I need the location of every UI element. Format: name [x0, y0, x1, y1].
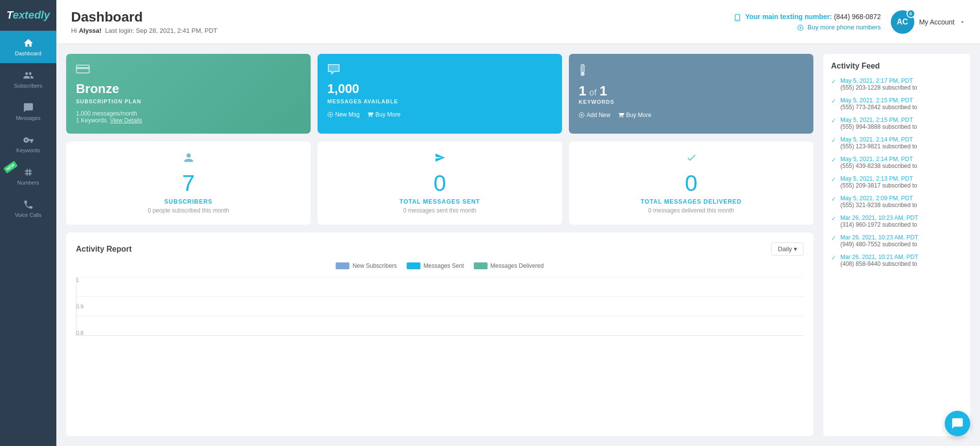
sent-stat-card: 0 TOTAL MESSAGES SENT 0 messages sent th…: [318, 141, 562, 225]
user-name: Alyssa!: [79, 27, 101, 34]
keywords-card: 1 of 1 KEYWORDS Add New: [569, 54, 813, 134]
avatar: AC 0: [891, 10, 914, 34]
sidebar-label-subscribers: Subscribers: [14, 83, 42, 89]
sent-label: TOTAL MESSAGES SENT: [399, 198, 480, 205]
feed-item-text: May 5, 2021, 2:14 PM, PDT (555) 439-8238…: [840, 156, 917, 169]
buy-more-messages-button[interactable]: Buy More: [368, 111, 400, 118]
activity-report: Activity Report Daily ▾ New Subscribers …: [66, 233, 813, 436]
chat-bubble-button[interactable]: [945, 411, 970, 436]
daily-dropdown[interactable]: Daily ▾: [771, 242, 804, 256]
app-logo: Textedly: [0, 0, 56, 31]
plus-circle-icon: [797, 24, 804, 31]
thermometer-icon: [579, 64, 804, 79]
message-icon: [23, 102, 34, 113]
keywords-total: 1: [600, 83, 608, 99]
texting-number-label: Your main texting number:: [745, 13, 832, 21]
feed-item: ✓ Mar 26, 2021, 10:23 AM, PDT (314) 960-…: [831, 214, 962, 228]
feed-check-icon: ✓: [831, 78, 836, 85]
dashboard-body: Bronze SUBSCRIPTION PLAN 1,000 messages/…: [56, 44, 980, 446]
new-msg-button[interactable]: New Msg: [327, 111, 360, 118]
feed-item-time: Mar 26, 2021, 10:23 AM, PDT: [840, 214, 918, 221]
messages-subtitle: MESSAGES AVAILABLE: [327, 98, 552, 104]
feed-item-time: May 5, 2021, 2:09 PM, PDT: [840, 195, 917, 202]
sidebar-item-keywords[interactable]: Keywords: [0, 128, 56, 160]
sidebar-item-subscribers[interactable]: Subscribers: [0, 63, 56, 95]
feed-item-time: Mar 26, 2021, 10:23 AM, PDT: [840, 234, 918, 241]
feed-item-time: May 5, 2021, 2:14 PM, PDT: [840, 136, 917, 143]
sidebar-label-messages: Messages: [16, 115, 40, 121]
feed-item: ✓ May 5, 2021, 2:14 PM, PDT (555) 123-98…: [831, 136, 962, 150]
plan-card: Bronze SUBSCRIPTION PLAN 1,000 messages/…: [66, 54, 311, 134]
delivered-stat-card: 0 TOTAL MESSAGES DELIVERED 0 messages de…: [569, 141, 813, 225]
feed-item-time: May 5, 2021, 2:14 PM, PDT: [840, 156, 917, 163]
feed-check-icon: ✓: [831, 254, 836, 261]
feed-check-icon: ✓: [831, 156, 836, 164]
svg-point-7: [581, 72, 585, 76]
add-new-keyword-button[interactable]: Add New: [579, 112, 611, 118]
chart-grid: [76, 277, 804, 336]
feed-item-text: May 5, 2021, 2:14 PM, PDT (555) 123-9821…: [840, 136, 917, 150]
buy-more-keywords-button[interactable]: Buy More: [618, 112, 651, 118]
plan-subtitle: SUBSCRIPTION PLAN: [76, 98, 301, 104]
sidebar-item-numbers[interactable]: NEW Numbers: [0, 160, 56, 192]
feed-item: ✓ May 5, 2021, 2:13 PM, PDT (555) 209-38…: [831, 175, 962, 189]
svg-rect-1: [736, 20, 738, 20]
person-icon: [183, 152, 194, 166]
feed-item-text: Mar 26, 2021, 10:23 AM, PDT (949) 480-75…: [840, 234, 918, 248]
messages-count: 1,000: [327, 81, 552, 96]
chart-area: 1 0.9 0.8: [76, 277, 804, 336]
home-icon: [23, 38, 34, 48]
sidebar-item-dashboard[interactable]: Dashboard: [0, 31, 56, 63]
feed-item-text: May 5, 2021, 2:09 PM, PDT (555) 321-9238…: [840, 195, 917, 209]
key-icon: [23, 135, 34, 145]
feed-item-description: (555) 773-2842 subscribed to: [840, 104, 917, 111]
sidebar-item-messages[interactable]: Messages: [0, 95, 56, 128]
feed-item-text: Mar 26, 2021, 10:23 AM, PDT (314) 960-19…: [840, 214, 918, 228]
sidebar-label-keywords: Keywords: [16, 147, 40, 153]
legend-label-delivered: Messages Delivered: [490, 262, 544, 269]
activity-report-header: Activity Report Daily ▾: [76, 242, 804, 256]
svg-rect-8: [582, 66, 583, 71]
buy-more-numbers-link[interactable]: Buy more phone numbers: [734, 23, 881, 31]
sidebar: Textedly Dashboard Subscribers Messages …: [0, 0, 56, 446]
keywords-of: of: [589, 88, 597, 98]
top-cards: Bronze SUBSCRIPTION PLAN 1,000 messages/…: [66, 54, 813, 134]
feed-check-icon: ✓: [831, 195, 836, 203]
texting-number-section: Your main texting number: (844) 968-0872…: [734, 13, 881, 30]
legend-color-subscribers: [336, 262, 349, 269]
feed-check-icon: ✓: [831, 137, 836, 144]
feed-item-description: (555) 209-3817 subscribed to: [840, 182, 917, 189]
feed-item-time: May 5, 2021, 2:15 PM, PDT: [840, 117, 917, 123]
chevron-down-icon: [959, 19, 965, 25]
users-icon: [23, 70, 34, 81]
new-badge: NEW: [3, 161, 18, 174]
legend-new-subscribers: New Subscribers: [336, 262, 397, 269]
feed-item: ✓ May 5, 2021, 2:15 PM, PDT (555) 994-38…: [831, 117, 962, 130]
plan-detail: 1,000 messages/month 1 Keywords. View De…: [76, 110, 301, 124]
header: Dashboard Hi Alyssa! Last login: Sep 28,…: [56, 0, 980, 44]
circle-add-icon: [579, 112, 585, 118]
activity-feed: Activity Feed ✓ May 5, 2021, 2:17 PM, PD…: [823, 54, 970, 436]
sidebar-item-voice-calls[interactable]: Voice Calls: [0, 192, 56, 225]
feed-item-text: May 5, 2021, 2:15 PM, PDT (555) 994-3888…: [840, 117, 917, 130]
legend-messages-delivered: Messages Delivered: [474, 262, 544, 269]
feed-check-icon: ✓: [831, 97, 836, 105]
activity-feed-title: Activity Feed: [831, 62, 962, 70]
feed-item-text: May 5, 2021, 2:17 PM, PDT (555) 203-1228…: [840, 77, 917, 91]
account-area[interactable]: AC 0 My Account: [891, 10, 965, 34]
view-details-link[interactable]: View Details: [110, 117, 142, 124]
credit-card-icon: [76, 64, 301, 77]
feed-check-icon: ✓: [831, 176, 836, 183]
stat-cards: 7 SUBSCRIBERS 0 people subscribed this m…: [66, 141, 813, 225]
feed-item: ✓ May 5, 2021, 2:17 PM, PDT (555) 203-12…: [831, 77, 962, 91]
feed-check-icon: ✓: [831, 235, 836, 242]
legend-label-sent: Messages Sent: [423, 262, 464, 269]
sent-sub: 0 messages sent this month: [403, 207, 476, 214]
feed-item-description: (555) 994-3888 subscribed to: [840, 123, 917, 130]
feed-item-description: (949) 480-7552 subscribed to: [840, 241, 917, 248]
feed-item-description: (314) 960-1972 subscribed to: [840, 221, 917, 228]
cart-keywords-icon: [618, 112, 624, 118]
buy-more-label: Buy more phone numbers: [808, 23, 881, 31]
messages-actions: New Msg Buy More: [327, 111, 552, 118]
legend-messages-sent: Messages Sent: [407, 262, 464, 269]
